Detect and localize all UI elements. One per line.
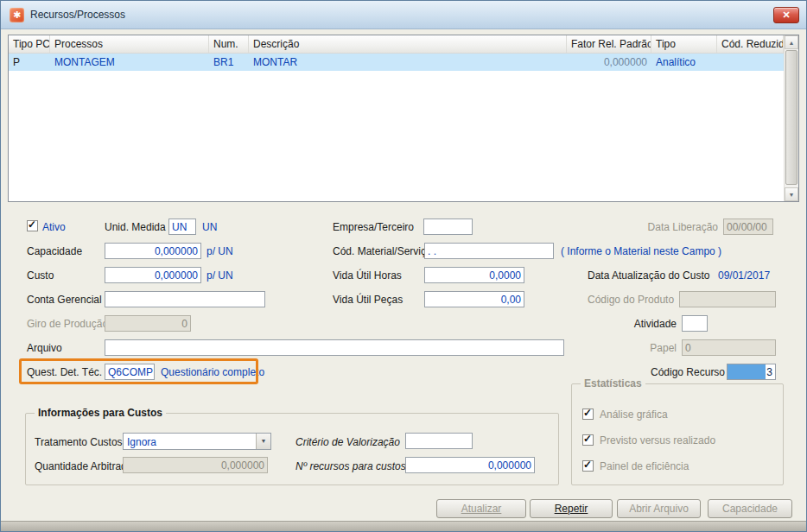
check-icon: ✓ — [583, 407, 592, 419]
quantidade-arbitrada-input: 0,000000 — [123, 457, 268, 473]
tratamento-custos-value: Ignora — [127, 436, 156, 448]
vida-util-horas-input[interactable]: 0,0000 — [424, 267, 524, 283]
grid-header: Tipo PCP Processos Num. Descrição Fator … — [9, 35, 798, 54]
abrir-arquivo-label: Abrir Arquivo — [629, 503, 689, 515]
estatisticas-title: Estatísticas — [581, 377, 645, 390]
ativo-checkbox[interactable]: ✓ — [27, 220, 38, 231]
unid-medida-label: Unid. Medida — [105, 221, 166, 233]
col-header-fator[interactable]: Fator Rel. Padrão — [567, 35, 651, 53]
custos-group: Informações para Custos Tratamento Custo… — [25, 413, 559, 485]
title-bar: ✱ Recursos/Processos ✕ — [1, 1, 806, 29]
unid-medida-desc: UN — [202, 221, 217, 233]
n-recursos-custos-input[interactable]: 0,000000 — [405, 457, 535, 473]
criterio-valorizacao-label: Critério de Valorização — [295, 436, 400, 448]
custo-label: Custo — [27, 269, 54, 282]
check-icon: ✓ — [583, 433, 592, 445]
cod-material-label: Cód. Material/Serviço — [333, 245, 432, 257]
check-icon: ✓ — [28, 218, 36, 231]
col-header-num[interactable]: Num. — [209, 35, 249, 53]
atividade-input[interactable] — [682, 315, 708, 332]
close-button[interactable]: ✕ — [773, 7, 799, 23]
col-header-processos[interactable]: Processos — [50, 35, 209, 53]
custo-suffix: p/ UN — [207, 269, 233, 282]
capacidade-label: Capacidade — [722, 503, 778, 515]
empresa-terceiro-input[interactable] — [423, 218, 473, 235]
data-liberacao-input: 00/00/00 — [723, 218, 773, 235]
capacidade-suffix: p/ UN — [207, 245, 233, 257]
scroll-up-icon[interactable]: ▲ — [785, 35, 798, 49]
arquivo-label: Arquivo — [27, 342, 62, 354]
data-atualizacao-value: 09/01/2017 — [718, 269, 770, 282]
criterio-valorizacao-input[interactable] — [405, 433, 473, 449]
papel-label: Papel — [607, 342, 677, 354]
repetir-label: Repetir — [555, 503, 588, 515]
quest-det-tec-label: Quest. Det. Téc. — [27, 366, 102, 378]
n-recursos-custos-label: Nº recursos para custos — [295, 460, 406, 472]
painel-eficiencia-label: Painel de eficiência — [600, 460, 689, 472]
vida-util-pecas-input[interactable]: 0,00 — [424, 291, 524, 307]
vida-util-pecas-label: Vida Útil Peças — [333, 294, 403, 306]
custo-input[interactable]: 0,000000 — [105, 267, 201, 283]
data-atualizacao-label: Data Atualização do Custo — [588, 269, 709, 282]
codigo-recurso-label: Código Recurso — [651, 366, 721, 378]
arquivo-input[interactable] — [105, 339, 564, 356]
previsto-realizado-label: Previsto versus realizado — [600, 434, 715, 446]
analise-grafica-label: Análise gráfica — [600, 408, 668, 421]
conta-gerencial-input[interactable] — [105, 291, 265, 307]
col-header-tipo-pcp[interactable]: Tipo PCP — [9, 35, 50, 53]
repetir-button[interactable]: Repetir — [530, 499, 613, 518]
empresa-terceiro-label: Empresa/Terceiro — [333, 221, 414, 233]
conta-gerencial-label: Conta Gerencial — [27, 294, 102, 306]
cell-cod-reduzido — [717, 54, 784, 71]
cod-material-hint: ( Informe o Material neste Campo ) — [561, 245, 721, 257]
data-liberacao-label: Data Liberação — [633, 221, 718, 233]
unid-medida-input[interactable]: UN — [168, 218, 196, 235]
vida-util-horas-label: Vida Útil Horas — [333, 269, 402, 282]
scroll-down-icon[interactable]: ▼ — [785, 187, 798, 201]
capacidade-label: Capacidade — [27, 245, 82, 257]
cell-tipo: Analítico — [651, 54, 717, 71]
scrollbar-thumb[interactable] — [785, 50, 797, 185]
atualizar-calendario-button[interactable]: Atualizar Calendário — [436, 499, 526, 518]
codigo-produto-input — [679, 291, 776, 307]
previsto-realizado-checkbox[interactable]: ✓ — [582, 434, 594, 446]
quest-det-tec-desc: Questionário completo — [161, 366, 264, 378]
painel-eficiencia-checkbox[interactable]: ✓ — [582, 460, 594, 472]
dialog-recursos-processos: ✱ Recursos/Processos ✕ Tipo PCP Processo… — [0, 0, 807, 532]
window-title: Recursos/Processos — [30, 9, 125, 21]
cod-material-input[interactable]: . . — [424, 243, 554, 259]
close-icon: ✕ — [782, 10, 790, 20]
codigo-produto-label: Código do Produto — [588, 294, 674, 306]
giro-producao-input: 0 — [105, 315, 191, 332]
abrir-arquivo-button[interactable]: Abrir Arquivo — [617, 499, 701, 518]
cell-num: BR1 — [209, 54, 249, 71]
papel-input: 0 — [682, 339, 776, 356]
quest-det-tec-input[interactable]: Q6COMP — [105, 364, 155, 380]
cell-descricao: MONTAR — [249, 54, 567, 71]
col-header-tipo[interactable]: Tipo — [651, 35, 717, 53]
custos-group-title: Informações para Custos — [35, 407, 166, 419]
check-icon: ✓ — [583, 459, 592, 471]
grid-scrollbar[interactable]: ▲ ▼ — [784, 35, 798, 201]
cell-tipo-pcp: P — [9, 54, 50, 71]
col-header-cod-reduzido[interactable]: Cód. Reduzido — [717, 35, 784, 53]
tratamento-custos-label: Tratamento Custos — [35, 436, 123, 448]
chevron-down-icon[interactable]: ▼ — [256, 434, 270, 449]
cell-fator: 0,000000 — [567, 54, 651, 71]
processes-grid: Tipo PCP Processos Num. Descrição Fator … — [8, 35, 799, 202]
estatisticas-group: Estatísticas ✓ Análise gráfica ✓ Previst… — [571, 383, 784, 485]
tratamento-custos-select[interactable]: Ignora ▼ — [123, 433, 271, 450]
capacidade-button[interactable]: Capacidade — [708, 499, 792, 518]
window-bottom-frame — [1, 521, 806, 531]
app-icon: ✱ — [10, 8, 24, 22]
ativo-label: Ativo — [42, 221, 66, 233]
cell-processos: MONTAGEM — [50, 54, 209, 71]
capacidade-input[interactable]: 0,000000 — [105, 243, 201, 259]
atividade-label: Atividade — [607, 318, 677, 330]
analise-grafica-checkbox[interactable]: ✓ — [582, 408, 594, 420]
col-header-descricao[interactable]: Descrição — [249, 35, 567, 53]
codigo-recurso-input[interactable]: 3 — [727, 364, 776, 380]
giro-producao-label: Giro de Produção — [27, 318, 108, 330]
table-row-selected[interactable]: P MONTAGEM BR1 MONTAR 0,000000 Analítico — [9, 54, 798, 71]
quantidade-arbitrada-label: Quantidade Arbitrada — [35, 460, 132, 472]
